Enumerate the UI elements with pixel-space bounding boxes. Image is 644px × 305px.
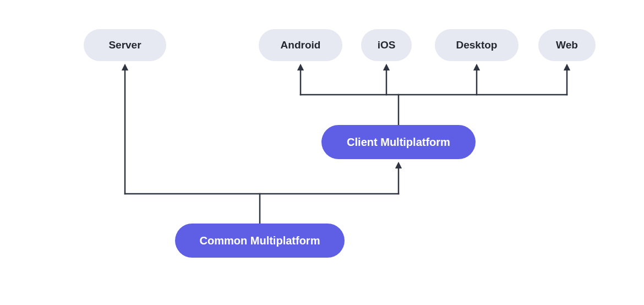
node-desktop: Desktop <box>435 29 519 61</box>
node-server: Server <box>84 29 166 61</box>
node-client-multiplatform: Client Multiplatform <box>321 125 476 159</box>
node-android: Android <box>259 29 342 61</box>
node-common-multiplatform: Common Multiplatform <box>175 224 345 258</box>
node-web: Web <box>538 29 596 61</box>
diagram-stage: Server Android iOS Desktop Web Client Mu… <box>0 0 644 305</box>
node-ios: iOS <box>361 29 412 61</box>
